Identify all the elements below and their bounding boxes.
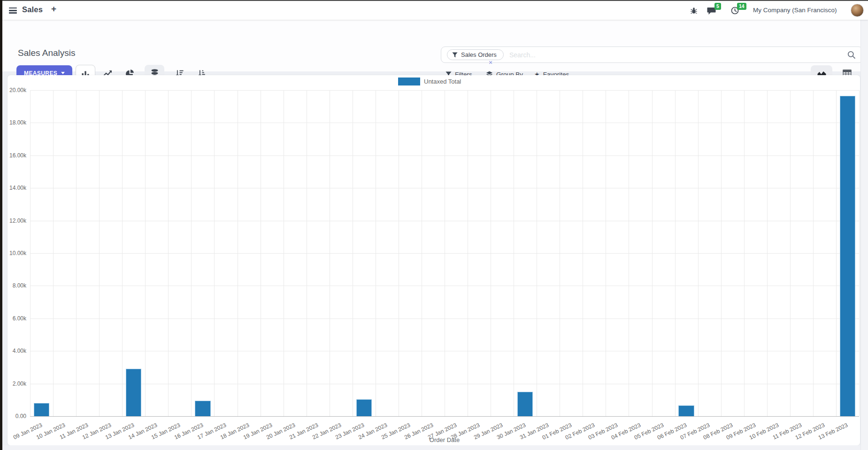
v-gridline: [514, 90, 514, 416]
page-title: Sales Analysis: [18, 48, 76, 58]
bar-16-jan-2023[interactable]: [195, 401, 210, 416]
y-tick-label: 6.00k: [13, 316, 26, 321]
v-gridline: [76, 90, 77, 416]
v-gridline: [399, 90, 399, 416]
v-gridline: [606, 90, 606, 416]
search-facet[interactable]: Sales Orders: [447, 49, 504, 60]
facet-label: Sales Orders: [461, 51, 497, 58]
v-gridline: [859, 90, 860, 416]
screen: Sales + 5 14 My Company (San Francisco) …: [0, 0, 868, 450]
v-gridline: [675, 90, 676, 416]
legend-label: Untaxed Total: [424, 78, 461, 85]
v-gridline: [629, 90, 629, 416]
v-gridline: [468, 90, 468, 416]
v-gridline: [698, 90, 699, 416]
new-tab-button[interactable]: +: [51, 4, 56, 14]
search-bar[interactable]: Sales Orders: [441, 47, 863, 63]
v-gridline: [284, 90, 284, 416]
v-gridline: [836, 90, 837, 416]
v-gridline: [238, 90, 238, 416]
bar-06-feb-2023[interactable]: [678, 405, 694, 416]
legend-swatch: [398, 78, 420, 85]
v-gridline: [261, 90, 261, 416]
y-tick-label: 18.00k: [9, 120, 26, 125]
window-left-edge: [0, 0, 2, 450]
search-icon[interactable]: [847, 51, 856, 59]
debug-bug-icon[interactable]: [690, 7, 698, 15]
v-gridline: [813, 90, 814, 416]
v-gridline: [376, 90, 376, 416]
v-gridline: [491, 90, 491, 416]
y-tick-label: 12.00k: [9, 218, 26, 224]
control-panel: Sales Analysis MEASURES: [2, 20, 860, 71]
v-gridline: [790, 90, 791, 416]
v-gridline: [583, 90, 583, 416]
v-gridline: [122, 90, 123, 416]
bar-13-jan-2023[interactable]: [126, 369, 141, 416]
y-axis-labels: 0.002.00k4.00k6.00k8.00k10.00k12.00k14.0…: [4, 90, 26, 416]
bar-09-jan-2023[interactable]: [34, 403, 49, 416]
v-gridline: [652, 90, 653, 416]
y-tick-label: 2.00k: [13, 381, 26, 387]
chart-legend[interactable]: Untaxed Total: [398, 78, 461, 85]
v-gridline: [767, 90, 768, 416]
y-tick-label: 8.00k: [13, 283, 26, 288]
v-gridline: [214, 90, 215, 416]
y-tick-label: 14.00k: [9, 185, 26, 191]
messages-badge: 5: [714, 3, 721, 10]
bar-23-jan-2023[interactable]: [356, 399, 372, 416]
y-tick-label: 20.00k: [9, 87, 26, 93]
window-top-edge: [0, 0, 868, 1]
v-gridline: [168, 90, 169, 416]
v-gridline: [422, 90, 422, 416]
v-gridline: [537, 90, 537, 416]
v-gridline: [307, 90, 307, 416]
v-gridline: [744, 90, 745, 416]
v-gridline: [560, 90, 560, 416]
v-gridline: [721, 90, 722, 416]
plot-area: [30, 90, 859, 416]
activities-badge: 14: [737, 3, 746, 10]
v-gridline: [99, 90, 100, 416]
y-tick-label: 4.00k: [13, 348, 26, 354]
bar-13-feb-2023[interactable]: [840, 96, 855, 416]
filter-funnel-icon: [452, 52, 458, 58]
v-gridline: [330, 90, 330, 416]
chevron-down-icon: [61, 72, 65, 74]
y-tick-label: 10.00k: [9, 250, 26, 256]
x-axis-title: Order Date: [30, 436, 859, 443]
app-name[interactable]: Sales: [22, 5, 43, 14]
v-gridline: [353, 90, 353, 416]
y-tick-label: 16.00k: [9, 153, 26, 158]
y-tick-label: 0.00: [15, 413, 26, 419]
vertical-scrollbar[interactable]: [860, 20, 868, 450]
apps-menu-icon[interactable]: [9, 8, 17, 14]
avatar[interactable]: [851, 4, 864, 17]
v-gridline: [145, 90, 146, 416]
bar-30-jan-2023[interactable]: [517, 392, 533, 416]
company-switcher[interactable]: My Company (San Francisco): [753, 7, 837, 14]
v-gridline: [53, 90, 54, 416]
search-input[interactable]: [509, 51, 857, 59]
facet-remove-icon[interactable]: ×: [489, 59, 492, 66]
v-gridline: [445, 90, 445, 416]
v-gridline: [30, 90, 31, 416]
navbar: Sales + 5 14 My Company (San Francisco): [2, 1, 868, 20]
v-gridline: [191, 90, 192, 416]
